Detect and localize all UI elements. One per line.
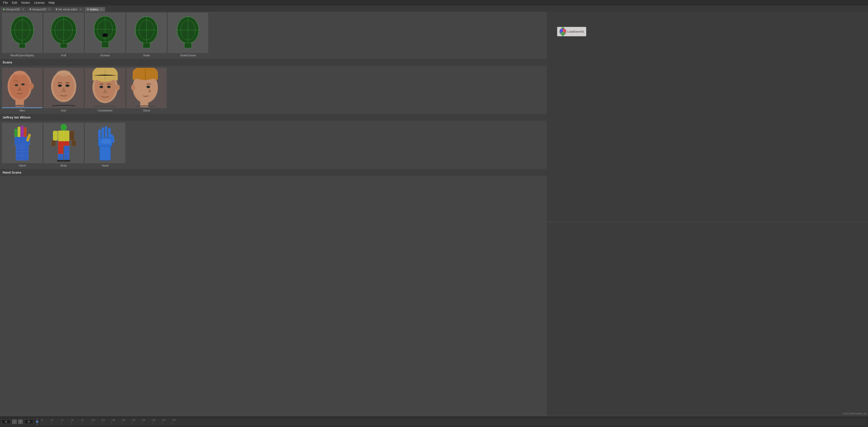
timeline-start-input[interactable] <box>1 420 10 424</box>
ruler-numbers: 0 2 4 6 8 10 12 14 16 18 20 22 24 25 <box>41 418 867 425</box>
item-ivan[interactable]: Ivan <box>43 68 84 112</box>
item-slava[interactable]: Slava <box>126 68 167 112</box>
scan-ivan-svg <box>47 68 80 108</box>
tabbar: Viewport3D ✕ Viewport2D ✕ No visual edit… <box>0 5 868 11</box>
svg-rect-84 <box>105 126 107 138</box>
gallery-panel: MouthOpenSlightly Puff <box>0 11 547 416</box>
tab-indicator2 <box>30 8 31 10</box>
section-header-scans: Scans <box>0 59 547 66</box>
tab-indicator <box>3 8 4 10</box>
svg-point-30 <box>30 83 34 89</box>
menubar: File Edit Nodes License Help <box>0 0 868 5</box>
svg-rect-71 <box>58 146 63 154</box>
tab-close-gallery[interactable]: ✕ <box>100 8 102 11</box>
ruler-tick-6: 6 <box>71 419 81 425</box>
label-puff: Puff <box>61 54 66 57</box>
svg-point-29 <box>21 83 25 85</box>
menu-license[interactable]: License <box>32 0 46 5</box>
timeline-minus-btn[interactable]: − <box>12 420 17 424</box>
mesh-puff-svg <box>49 16 79 49</box>
svg-rect-75 <box>57 160 64 162</box>
label-constantine: Constantine <box>98 109 113 112</box>
svg-rect-82 <box>98 129 101 138</box>
svg-rect-25 <box>184 43 191 48</box>
svg-rect-66 <box>53 131 58 141</box>
section-header-handscans: Hand Scans <box>0 169 547 176</box>
ruler-tick-8: 8 <box>81 419 91 425</box>
node-color-icon <box>559 28 566 35</box>
section-header-jeffrey: Jeffrey Ian Wilson <box>0 114 547 121</box>
tab-indicator3 <box>56 8 57 10</box>
timeline-cursor[interactable] <box>36 421 38 423</box>
timeline-plus-btn[interactable]: + <box>18 420 23 424</box>
tab-indicator4 <box>87 8 89 10</box>
item-body[interactable]: Body <box>43 123 84 167</box>
gallery-scroll[interactable]: MouthOpenSlightly Puff <box>0 11 547 416</box>
tab-close-viewport3d[interactable]: ✕ <box>22 8 24 11</box>
svg-point-35 <box>58 84 62 87</box>
mesh-mouthopenslightly-svg <box>7 16 37 49</box>
item-constantine[interactable]: Constantine <box>85 68 125 112</box>
menu-file[interactable]: File <box>1 0 10 5</box>
svg-rect-68 <box>52 141 56 146</box>
svg-rect-69 <box>72 141 76 146</box>
svg-point-27 <box>9 73 30 99</box>
tab-viewport2d[interactable]: Viewport2D ✕ <box>27 7 53 11</box>
item-puff[interactable]: Puff <box>43 12 84 57</box>
timeline-ruler[interactable]: 0 2 4 6 8 10 12 14 16 18 20 22 24 25 <box>41 418 867 425</box>
ruler-tick-14: 14 <box>112 419 122 425</box>
svg-point-15 <box>102 33 108 37</box>
tab-close-viewport2d[interactable]: ✕ <box>48 8 50 11</box>
svg-rect-57 <box>21 126 24 137</box>
svg-point-47 <box>116 84 120 90</box>
tab-gallery[interactable]: Gallery ✕ <box>85 7 105 11</box>
item-mouthopenslightly[interactable]: MouthOpenSlightly <box>2 12 42 57</box>
timeline-center: 0 0 <box>36 418 38 426</box>
menu-nodes[interactable]: Nodes <box>19 0 32 5</box>
node-editor-bottom <box>547 222 868 416</box>
mesh-scream-svg <box>90 16 120 49</box>
scans-row: Alex <box>0 66 547 114</box>
svg-point-46 <box>107 86 111 88</box>
svg-rect-70 <box>58 141 69 146</box>
menu-help[interactable]: Help <box>46 0 57 5</box>
top-shapes-row: MouthOpenSlightly Puff <box>0 11 547 59</box>
svg-rect-74 <box>64 154 69 160</box>
item-hand-colorful[interactable]: Hand <box>2 123 42 167</box>
node-connector-input[interactable] <box>562 27 564 29</box>
svg-rect-4 <box>19 43 25 48</box>
item-smile[interactable]: Smile <box>126 12 167 57</box>
label-smileclosed: SmileClosed <box>180 54 196 57</box>
timeline-zero-label: 0 <box>36 418 38 421</box>
svg-point-37 <box>57 106 58 108</box>
ruler-tick-20: 20 <box>142 419 152 425</box>
svg-rect-9 <box>60 43 67 48</box>
menu-edit[interactable]: Edit <box>10 0 19 5</box>
item-hand-blue[interactable]: Hand <box>85 123 125 167</box>
node-loadgeom01[interactable]: LoadGeom01 <box>557 27 587 36</box>
node-connector-wrapper <box>559 28 566 35</box>
scan-slava-svg <box>130 68 163 108</box>
item-alex[interactable]: Alex <box>2 68 42 112</box>
tab-viewport3d[interactable]: Viewport3D ✕ <box>0 7 27 11</box>
scan-constantine-svg <box>89 68 122 108</box>
timeline: − + 0 0 0 2 4 6 8 10 12 14 16 18 20 22 2… <box>0 416 868 427</box>
svg-rect-76 <box>64 160 70 162</box>
svg-point-89 <box>101 139 112 144</box>
timeline-zero-label2: 0 <box>36 423 38 426</box>
node-connector-output[interactable] <box>562 35 564 37</box>
tab-no-visual-editor[interactable]: No visual editor ✕ <box>53 7 84 11</box>
item-smileclosed[interactable]: SmileClosed <box>168 12 208 57</box>
timeline-end-input[interactable] <box>24 420 33 424</box>
node-editor-top[interactable]: LoadGeom01 <box>547 11 868 222</box>
item-scream[interactable]: Scream <box>85 12 125 57</box>
mesh-hand-blue-svg <box>90 124 120 162</box>
ruler-tick-22: 22 <box>152 419 162 425</box>
tab-close-no-visual[interactable]: ✕ <box>80 8 82 11</box>
svg-point-51 <box>131 84 135 90</box>
label-alex: Alex <box>20 109 25 112</box>
svg-rect-20 <box>143 43 150 48</box>
scan-alex-svg <box>6 68 39 107</box>
svg-point-50 <box>147 86 150 88</box>
svg-rect-67 <box>70 131 74 141</box>
